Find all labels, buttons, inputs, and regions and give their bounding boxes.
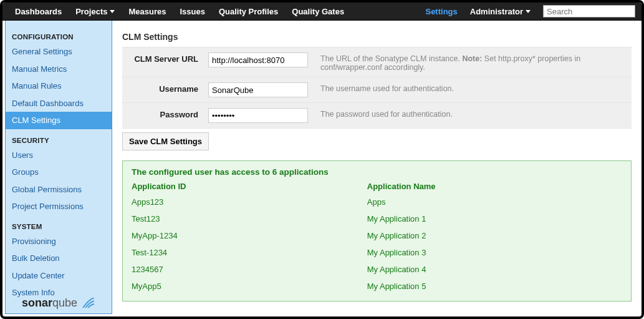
page-title: CLM Settings (122, 27, 632, 47)
sonarqube-logo-icon (82, 298, 95, 309)
sidebar-item-bulk-deletion[interactable]: Bulk Deletion (6, 250, 112, 267)
nav-measures[interactable]: Measures (122, 2, 172, 21)
sidebar-section-configuration: CONFIGURATION (6, 21, 112, 43)
server-url-input[interactable] (208, 52, 308, 67)
sidebar-item-manual-metrics[interactable]: Manual Metrics (6, 61, 112, 78)
main-content: CLM Settings CLM Server URL The URL of t… (112, 21, 642, 317)
cell-application-name: My Application 3 (367, 244, 622, 261)
col-application-id: Application ID (132, 179, 367, 194)
sidebar-item-general-settings[interactable]: General Settings (6, 43, 112, 61)
sidebar-item-default-dashboards[interactable]: Default Dashboards (6, 95, 112, 112)
app-frame: DashboardsProjectsMeasuresIssuesQuality … (0, 0, 644, 319)
server-url-label: CLM Server URL (122, 47, 203, 77)
cell-application-id: 1234567 (132, 261, 367, 278)
table-row: MyApp-1234My Application 2 (132, 227, 622, 244)
nav-administrator[interactable]: Administrator (464, 2, 537, 21)
password-label: Password (122, 103, 203, 129)
table-row: Test123My Application 1 (132, 210, 622, 227)
table-row: 1234567My Application 4 (132, 261, 622, 278)
username-label: Username (122, 77, 203, 103)
cell-application-id: Apps123 (132, 194, 367, 210)
sidebar-item-clm-settings[interactable]: CLM Settings (6, 112, 112, 129)
chevron-down-icon (110, 10, 115, 13)
chevron-down-icon (526, 10, 531, 13)
sidebar: CONFIGURATIONGeneral SettingsManual Metr… (5, 21, 112, 314)
cell-application-name: My Application 4 (367, 261, 622, 278)
table-row: MyApp5My Application 5 (132, 278, 622, 295)
sidebar-section-system: SYSTEM (6, 215, 112, 233)
cell-application-name: My Application 1 (367, 210, 622, 227)
nav-settings[interactable]: Settings (419, 2, 463, 21)
sidebar-item-provisioning[interactable]: Provisioning (6, 233, 112, 250)
password-help: The password used for authentication. (315, 103, 632, 129)
nav-quality-gates[interactable]: Quality Gates (286, 2, 350, 21)
sidebar-item-project-permissions[interactable]: Project Permissions (6, 198, 112, 215)
username-input[interactable] (208, 82, 308, 97)
nav-administrator-label: Administrator (470, 7, 523, 16)
save-clm-settings-button[interactable]: Save CLM Settings (122, 132, 209, 150)
sidebar-item-global-permissions[interactable]: Global Permissions (6, 181, 112, 199)
cell-application-name: Apps (367, 194, 622, 210)
access-title: The configured user has access to 6 appl… (132, 167, 622, 177)
access-box: The configured user has access to 6 appl… (122, 160, 632, 302)
nav-dashboards[interactable]: Dashboards (9, 2, 68, 21)
password-input[interactable] (208, 108, 308, 123)
access-table: Application ID Application Name Apps123A… (132, 179, 622, 295)
sidebar-section-security: SECURITY (6, 129, 112, 147)
sonarqube-logo: sonarqube (6, 297, 112, 310)
sidebar-item-update-center[interactable]: Update Center (6, 267, 112, 285)
cell-application-name: My Application 5 (367, 278, 622, 295)
table-row: Test-1234My Application 3 (132, 244, 622, 261)
sidebar-item-manual-rules[interactable]: Manual Rules (6, 77, 112, 95)
server-url-help: The URL of the Sonatype CLM instance. No… (315, 47, 632, 77)
cell-application-id: MyApp5 (132, 278, 367, 295)
table-row: Apps123Apps (132, 194, 622, 210)
sidebar-item-users[interactable]: Users (6, 147, 112, 164)
sidebar-item-groups[interactable]: Groups (6, 164, 112, 181)
search-input[interactable] (543, 5, 635, 17)
col-application-name: Application Name (367, 179, 622, 194)
top-nav: DashboardsProjectsMeasuresIssuesQuality … (2, 2, 642, 21)
nav-issues[interactable]: Issues (173, 2, 211, 21)
username-help: The username used for authentication. (315, 77, 632, 103)
cell-application-name: My Application 2 (367, 227, 622, 244)
nav-projects[interactable]: Projects (69, 2, 121, 21)
cell-application-id: Test123 (132, 210, 367, 227)
cell-application-id: MyApp-1234 (132, 227, 367, 244)
nav-quality-profiles[interactable]: Quality Profiles (213, 2, 284, 21)
cell-application-id: Test-1234 (132, 244, 367, 261)
settings-form: CLM Server URL The URL of the Sonatype C… (122, 47, 632, 129)
